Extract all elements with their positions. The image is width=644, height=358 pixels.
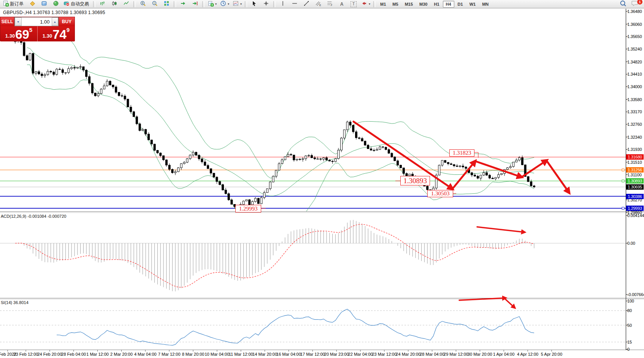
candle-body xyxy=(32,54,34,73)
chart-shift-button[interactable] xyxy=(189,0,201,8)
date-label: 23 Mar 12:00 xyxy=(372,352,397,356)
cursor-tool-button[interactable] xyxy=(249,0,260,8)
candle-body xyxy=(314,158,316,159)
timeframe-m15[interactable]: M15 xyxy=(402,1,416,8)
notifications-button[interactable]: 1 xyxy=(629,0,641,8)
new-order-button[interactable]: 新订单 xyxy=(1,0,26,8)
candle-body xyxy=(376,149,378,150)
timeframe-m1[interactable]: M1 xyxy=(377,1,389,8)
buy-price-big: 74 xyxy=(52,29,67,40)
candle-body xyxy=(106,81,108,86)
date-label: 14 Mar 20:00 xyxy=(252,352,277,356)
buy-button[interactable]: BUY xyxy=(59,17,75,26)
svg-text:F: F xyxy=(331,4,332,6)
rsi-trend-arrow[interactable] xyxy=(505,299,515,308)
macd-axis-tick: 0.004144 xyxy=(627,213,644,218)
line-handle[interactable] xyxy=(622,169,624,171)
timeframe-h1[interactable]: H1 xyxy=(431,1,442,8)
chart-price-label-1.29993[interactable]: 1.29993 xyxy=(235,205,261,212)
equidistant-channel-tool-button[interactable]: E xyxy=(312,0,324,8)
candle-body xyxy=(118,92,120,96)
navigator-button[interactable] xyxy=(50,0,62,8)
candle-body xyxy=(495,177,496,179)
price-axis-tick: 1.31930 xyxy=(627,147,644,152)
candle-body xyxy=(332,161,333,162)
candle-body xyxy=(252,201,254,205)
chart-price-label-1.31823[interactable]: 1.31823 xyxy=(449,149,474,157)
timeframe-h4[interactable]: H4 xyxy=(443,1,454,8)
candle-body xyxy=(379,147,381,149)
auto-trading-button[interactable]: 自动交易 xyxy=(62,0,92,8)
trend-arrow[interactable] xyxy=(547,162,569,193)
line-chart-button[interactable] xyxy=(121,0,132,8)
candle-body xyxy=(216,177,218,182)
price-axis-tick: 1.35650 xyxy=(627,34,644,39)
timeframe-m30[interactable]: M30 xyxy=(416,1,430,8)
market-watch-button[interactable] xyxy=(27,0,38,8)
candle-body xyxy=(195,152,197,155)
chart-price-label-1.30893[interactable]: 1.30893 xyxy=(400,176,430,185)
periods-button[interactable]: ▾ xyxy=(219,0,231,8)
arrows-tool-button[interactable]: ▾ xyxy=(360,0,372,8)
timeframe-m5[interactable]: M5 xyxy=(389,1,401,8)
search-button[interactable] xyxy=(617,0,629,8)
horizontal-line-tool-button[interactable] xyxy=(289,0,300,8)
chart-price-label-1.30503[interactable]: 1.30503 xyxy=(427,190,453,197)
data-window-button[interactable] xyxy=(38,0,50,8)
candle-body xyxy=(400,165,402,168)
buy-price[interactable]: 1.30 74 9 xyxy=(38,26,75,41)
bar-chart-button[interactable] xyxy=(97,0,108,8)
vertical-line-tool-button[interactable] xyxy=(277,0,289,8)
toolbar-separator xyxy=(245,1,247,7)
candle-body xyxy=(225,190,227,194)
date-label: 28 Feb 04:00 xyxy=(61,352,86,356)
line-handle[interactable] xyxy=(622,180,624,182)
candle-body xyxy=(456,166,458,166)
templates-button[interactable]: ▾ xyxy=(231,0,243,8)
candle-body xyxy=(65,73,67,73)
candle-body xyxy=(26,55,28,60)
date-label: 8 Mar 20:00 xyxy=(182,352,205,356)
candle-body xyxy=(97,93,99,96)
candle-body xyxy=(465,167,467,168)
volume-down-button[interactable]: ▼ xyxy=(15,17,22,26)
candlestick-chart-button[interactable] xyxy=(109,0,120,8)
auto-scroll-button[interactable] xyxy=(178,0,189,8)
text-icon: A xyxy=(340,2,344,7)
bollinger-bands[interactable] xyxy=(27,29,534,225)
sell-price[interactable]: 1.30 69 5 xyxy=(0,26,38,41)
timeframe-w1[interactable]: W1 xyxy=(466,1,479,8)
line-handle[interactable] xyxy=(622,207,624,209)
candle-body xyxy=(492,178,493,179)
candle-body xyxy=(427,186,428,190)
toolbar-separator xyxy=(133,1,136,7)
chart-canvas xyxy=(0,0,644,358)
candle-body xyxy=(165,160,167,165)
timeframe-d1[interactable]: D1 xyxy=(455,1,466,8)
candle-body xyxy=(382,147,384,147)
toolbar-separator xyxy=(202,1,205,7)
text-tool-button[interactable]: A xyxy=(336,0,347,8)
trend-annotations[interactable] xyxy=(260,122,569,308)
chart-shift-icon xyxy=(192,0,198,8)
fibonacci-tool-button[interactable]: F xyxy=(324,0,336,8)
date-label: 23 Feb 12:00 xyxy=(14,352,38,356)
trendline-tool-button[interactable] xyxy=(301,0,312,8)
tile-windows-button[interactable] xyxy=(161,0,172,8)
add-indicator-button[interactable]: ▾ xyxy=(206,0,218,8)
new-order-label: 新订单 xyxy=(10,1,24,7)
volume-input[interactable] xyxy=(22,17,52,26)
date-label: 2 Mar 20:00 xyxy=(110,352,133,356)
timeframe-mn[interactable]: MN xyxy=(479,1,492,8)
text-label-tool-button[interactable]: T xyxy=(348,0,359,8)
sell-price-pip: 5 xyxy=(29,27,32,33)
volume-up-button[interactable]: ▲ xyxy=(52,17,59,26)
crosshair-tool-button[interactable] xyxy=(260,0,272,8)
zoom-out-button[interactable] xyxy=(149,0,160,8)
zoom-in-button[interactable] xyxy=(137,0,149,8)
macd-trend-arrow[interactable] xyxy=(477,227,525,232)
candle-body xyxy=(249,200,251,205)
bar-chart-icon xyxy=(100,0,106,8)
candle-body xyxy=(275,170,277,176)
sell-button[interactable]: SELL xyxy=(0,17,14,26)
